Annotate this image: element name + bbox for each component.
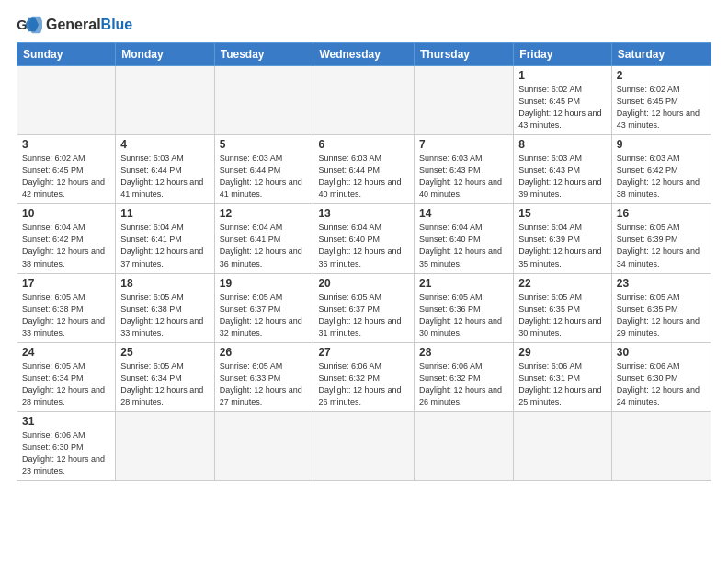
week-row: 17Sunrise: 6:05 AM Sunset: 6:38 PM Dayli… [17,273,711,342]
day-number: 23 [617,277,706,290]
day-info: Sunrise: 6:05 AM Sunset: 6:35 PM Dayligh… [617,292,706,339]
day-info: Sunrise: 6:05 AM Sunset: 6:37 PM Dayligh… [220,292,309,339]
weekday-tuesday: Tuesday [214,43,313,66]
day-info: Sunrise: 6:06 AM Sunset: 6:32 PM Dayligh… [318,361,409,408]
calendar-cell [415,66,514,135]
day-info: Sunrise: 6:03 AM Sunset: 6:43 PM Dayligh… [518,153,607,201]
calendar-cell: 13Sunrise: 6:04 AM Sunset: 6:40 PM Dayli… [313,204,415,273]
week-row: 3Sunrise: 6:02 AM Sunset: 6:45 PM Daylig… [17,135,711,204]
day-number: 16 [617,207,706,220]
day-number: 18 [120,277,209,290]
day-number: 24 [22,346,110,359]
calendar-cell: 11Sunrise: 6:04 AM Sunset: 6:41 PM Dayli… [116,204,214,273]
calendar-cell [17,66,116,135]
day-info: Sunrise: 6:05 AM Sunset: 6:34 PM Dayligh… [22,361,110,408]
day-info: Sunrise: 6:04 AM Sunset: 6:41 PM Dayligh… [220,222,309,270]
calendar-cell: 9Sunrise: 6:03 AM Sunset: 6:42 PM Daylig… [611,135,711,204]
day-number: 13 [318,207,409,220]
day-number: 11 [120,207,209,220]
calendar-cell: 10Sunrise: 6:04 AM Sunset: 6:42 PM Dayli… [17,204,116,273]
calendar-cell: 15Sunrise: 6:04 AM Sunset: 6:39 PM Dayli… [514,204,612,273]
week-row: 24Sunrise: 6:05 AM Sunset: 6:34 PM Dayli… [17,342,711,411]
day-info: Sunrise: 6:05 AM Sunset: 6:33 PM Dayligh… [220,361,309,408]
logo-icon: G [17,15,42,35]
day-info: Sunrise: 6:03 AM Sunset: 6:44 PM Dayligh… [220,153,309,201]
day-info: Sunrise: 6:06 AM Sunset: 6:30 PM Dayligh… [617,361,706,408]
day-info: Sunrise: 6:05 AM Sunset: 6:37 PM Dayligh… [318,292,409,339]
calendar-cell: 20Sunrise: 6:05 AM Sunset: 6:37 PM Dayli… [313,273,415,342]
calendar-cell [214,411,313,480]
weekday-thursday: Thursday [415,43,514,66]
calendar-cell: 30Sunrise: 6:06 AM Sunset: 6:30 PM Dayli… [611,342,711,411]
week-row: 10Sunrise: 6:04 AM Sunset: 6:42 PM Dayli… [17,204,711,273]
calendar-cell [415,411,514,480]
day-number: 5 [220,138,309,151]
calendar-cell: 3Sunrise: 6:02 AM Sunset: 6:45 PM Daylig… [17,135,116,204]
day-number: 28 [419,346,508,359]
day-info: Sunrise: 6:04 AM Sunset: 6:39 PM Dayligh… [518,222,607,270]
logo-text: GeneralBlue [46,17,132,32]
day-number: 15 [518,207,607,220]
day-info: Sunrise: 6:03 AM Sunset: 6:43 PM Dayligh… [419,153,508,201]
logo: G GeneralBlue [17,15,132,35]
day-number: 12 [220,207,309,220]
day-number: 4 [120,138,209,151]
day-info: Sunrise: 6:02 AM Sunset: 6:45 PM Dayligh… [22,153,110,201]
calendar-cell: 31Sunrise: 6:06 AM Sunset: 6:30 PM Dayli… [17,411,116,480]
day-number: 14 [419,207,508,220]
day-number: 1 [518,69,607,82]
day-info: Sunrise: 6:05 AM Sunset: 6:34 PM Dayligh… [120,361,209,408]
calendar-cell [313,411,415,480]
day-number: 29 [518,346,607,359]
day-number: 17 [22,277,110,290]
day-info: Sunrise: 6:04 AM Sunset: 6:41 PM Dayligh… [120,222,209,270]
calendar-cell: 26Sunrise: 6:05 AM Sunset: 6:33 PM Dayli… [214,342,313,411]
day-info: Sunrise: 6:06 AM Sunset: 6:30 PM Dayligh… [22,430,110,477]
day-number: 25 [120,346,209,359]
day-info: Sunrise: 6:04 AM Sunset: 6:40 PM Dayligh… [419,222,508,270]
calendar-cell: 19Sunrise: 6:05 AM Sunset: 6:37 PM Dayli… [214,273,313,342]
day-info: Sunrise: 6:04 AM Sunset: 6:42 PM Dayligh… [22,222,110,270]
day-info: Sunrise: 6:03 AM Sunset: 6:42 PM Dayligh… [617,153,706,201]
day-info: Sunrise: 6:05 AM Sunset: 6:38 PM Dayligh… [22,292,110,339]
calendar-cell [116,66,214,135]
calendar-cell: 22Sunrise: 6:05 AM Sunset: 6:35 PM Dayli… [514,273,612,342]
day-number: 6 [318,138,409,151]
week-row: 31Sunrise: 6:06 AM Sunset: 6:30 PM Dayli… [17,411,711,480]
calendar-cell: 14Sunrise: 6:04 AM Sunset: 6:40 PM Dayli… [415,204,514,273]
weekday-friday: Friday [514,43,612,66]
calendar-cell: 2Sunrise: 6:02 AM Sunset: 6:45 PM Daylig… [611,66,711,135]
day-number: 20 [318,277,409,290]
day-number: 10 [22,207,110,220]
weekday-sunday: Sunday [17,43,116,66]
calendar-cell: 8Sunrise: 6:03 AM Sunset: 6:43 PM Daylig… [514,135,612,204]
day-info: Sunrise: 6:03 AM Sunset: 6:44 PM Dayligh… [120,153,209,201]
calendar-cell: 27Sunrise: 6:06 AM Sunset: 6:32 PM Dayli… [313,342,415,411]
weekday-wednesday: Wednesday [313,43,415,66]
calendar: SundayMondayTuesdayWednesdayThursdayFrid… [17,42,711,481]
calendar-cell: 23Sunrise: 6:05 AM Sunset: 6:35 PM Dayli… [611,273,711,342]
day-number: 2 [617,69,706,82]
day-info: Sunrise: 6:02 AM Sunset: 6:45 PM Dayligh… [518,84,607,132]
calendar-cell: 6Sunrise: 6:03 AM Sunset: 6:44 PM Daylig… [313,135,415,204]
day-info: Sunrise: 6:06 AM Sunset: 6:31 PM Dayligh… [518,361,607,408]
calendar-cell: 16Sunrise: 6:05 AM Sunset: 6:39 PM Dayli… [611,204,711,273]
calendar-cell: 21Sunrise: 6:05 AM Sunset: 6:36 PM Dayli… [415,273,514,342]
day-number: 26 [220,346,309,359]
day-number: 19 [220,277,309,290]
weekday-monday: Monday [116,43,214,66]
day-number: 9 [617,138,706,151]
calendar-cell [514,411,612,480]
weekday-header-row: SundayMondayTuesdayWednesdayThursdayFrid… [17,43,711,66]
calendar-cell [116,411,214,480]
calendar-cell [611,411,711,480]
calendar-cell: 17Sunrise: 6:05 AM Sunset: 6:38 PM Dayli… [17,273,116,342]
calendar-cell: 4Sunrise: 6:03 AM Sunset: 6:44 PM Daylig… [116,135,214,204]
day-number: 31 [22,415,110,428]
day-info: Sunrise: 6:03 AM Sunset: 6:44 PM Dayligh… [318,153,409,201]
calendar-cell: 29Sunrise: 6:06 AM Sunset: 6:31 PM Dayli… [514,342,612,411]
calendar-cell: 24Sunrise: 6:05 AM Sunset: 6:34 PM Dayli… [17,342,116,411]
day-number: 27 [318,346,409,359]
calendar-cell [313,66,415,135]
header: G GeneralBlue [17,15,711,35]
